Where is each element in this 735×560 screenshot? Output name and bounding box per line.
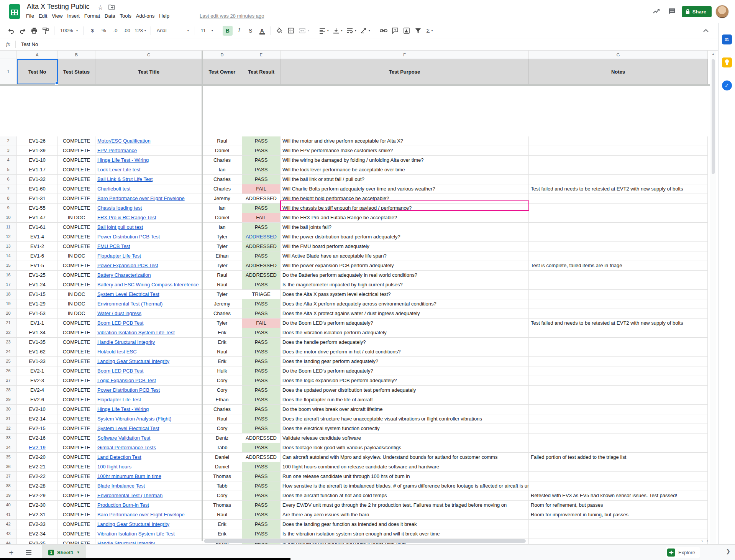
test-title-link[interactable]: Flopdapter Life Test [97,253,141,259]
header-cell-test-purpose[interactable]: Test Purpose [281,59,529,84]
test-title-cell[interactable]: Hot/cold test ESC [95,347,202,357]
test-owner-cell[interactable]: Tabb [202,443,242,453]
test-result-cell[interactable]: ADDRESSED [242,434,281,443]
test-title-cell[interactable]: Hinge Life Test - Wiring [95,156,202,165]
notes-cell[interactable]: Room for improvement in tuning, but pass… [529,510,708,520]
test-purpose-cell[interactable]: Does the flopdapter run the life of airc… [281,395,529,405]
test-status-cell[interactable]: IN DOC [58,299,95,309]
vertical-align-button[interactable]: ▾ [331,26,344,36]
test-result-cell[interactable]: PASS [242,491,281,501]
test-owner-cell[interactable]: Erik [202,520,242,529]
test-status-cell[interactable]: COMPLETE [58,357,95,366]
star-icon[interactable]: ☆ [98,4,103,11]
test-purpose-cell[interactable]: Does the aircraft function at hot and co… [281,491,529,501]
test-purpose-cell[interactable]: Will the lock lever performance be accep… [281,165,529,175]
test-result-cell[interactable]: PASS [242,156,281,165]
test-title-link[interactable]: Landing Gear Structural Integrity [97,521,169,527]
test-purpose-cell[interactable]: Will the motor and drive perform accepta… [281,136,529,146]
test-status-cell[interactable]: COMPLETE [58,501,95,510]
test-owner-cell[interactable]: Charles [202,175,242,184]
test-result-cell[interactable]: PASS [242,309,281,319]
notes-cell[interactable] [529,156,708,165]
test-result-cell[interactable]: PASS [242,472,281,481]
test-purpose-cell[interactable]: Will the FPV performance make customers … [281,146,529,156]
test-title-link[interactable]: Production Burn-in Test [97,502,149,508]
insert-comment-button[interactable] [390,26,400,36]
row-number[interactable]: 21 [0,319,17,328]
redo-button[interactable] [18,26,28,36]
test-owner-cell[interactable]: Hulk [202,366,242,376]
vertical-scrollbar[interactable]: ▲ [710,51,716,544]
test-result-cell[interactable]: PASS [242,338,281,347]
row-number[interactable]: 2 [0,136,17,146]
notes-cell[interactable] [529,386,708,395]
row-number[interactable]: 39 [0,491,17,501]
test-status-cell[interactable]: IN DOC [58,251,95,261]
notes-cell[interactable] [529,472,708,481]
row-number[interactable]: 35 [0,453,17,462]
test-title-link[interactable]: FMU PCB Test [97,243,130,249]
strikethrough-button[interactable]: S [246,26,256,36]
test-title-cell[interactable]: Baro Performance over Flight Envelope [95,510,202,520]
test-status-cell[interactable]: COMPLETE [58,366,95,376]
test-no-cell[interactable]: EV1-61 [17,223,58,232]
test-owner-cell[interactable]: Charles [202,156,242,165]
row-number[interactable]: 19 [0,299,17,309]
test-title-cell[interactable]: Logic Expansion PCB Test [95,376,202,386]
test-purpose-cell[interactable]: Do the boom wires break over aircraft li… [281,405,529,414]
test-no-cell[interactable]: EV2-4 [17,386,58,395]
test-status-cell[interactable]: COMPLETE [58,510,95,520]
notes-cell[interactable] [529,462,708,472]
row-number[interactable]: 43 [0,529,17,539]
notes-cell[interactable] [529,204,708,213]
test-no-cell[interactable]: EV1-47 [17,213,58,223]
column-header-C[interactable]: C [95,51,202,59]
row-number[interactable]: 41 [0,510,17,520]
font-select[interactable]: Arial▾ [154,26,191,36]
test-status-cell[interactable]: COMPLETE [58,481,95,491]
formula-bar[interactable]: fx Test No [0,38,735,51]
test-status-cell[interactable]: IN DOC [58,213,95,223]
text-rotation-button[interactable]: ▾ [359,26,371,36]
test-title-link[interactable]: Handle Structural Integrity [97,339,155,345]
document-title[interactable]: Alta X Testing Public [27,3,90,11]
test-title-cell[interactable]: Battery Characterization [95,271,202,280]
row-number[interactable]: 4 [0,156,17,165]
move-to-folder-icon[interactable] [108,4,115,11]
test-purpose-cell[interactable]: Does the handle perform adequately? [281,338,529,347]
notes-cell[interactable] [529,434,708,443]
test-title-link[interactable]: FRX Pro & RC Range Test [97,215,156,220]
test-purpose-cell[interactable]: Will Active Blade have an acceptable lif… [281,251,529,261]
test-purpose-cell[interactable]: Does the Alta X protect agains water / d… [281,309,529,319]
insert-chart-button[interactable] [402,26,412,36]
test-result-cell[interactable]: PASS [242,510,281,520]
test-no-cell[interactable]: EV1-35 [17,338,58,347]
test-result-cell[interactable]: PASS [242,405,281,414]
row-number[interactable]: 9 [0,204,17,213]
test-owner-cell[interactable]: Jeremy [202,194,242,204]
test-title-cell[interactable]: Environmental Test (Thermal) [95,491,202,501]
horizontal-scrollbar[interactable]: ‹ › [202,538,710,544]
notes-cell[interactable] [529,309,708,319]
hide-side-panel-icon[interactable]: ❯ [726,548,730,554]
test-result-cell[interactable]: PASS [242,136,281,146]
menu-tools[interactable]: Tools [117,12,133,20]
test-title-cell[interactable]: Boom LED PCB Test [95,319,202,328]
test-purpose-cell[interactable]: Can aircraft autoland with Mpro and skyv… [281,453,529,462]
menu-format[interactable]: Format [82,12,102,20]
test-purpose-cell[interactable]: Does the Alta X pass system level electr… [281,290,529,299]
test-result-cell[interactable]: ADDRESSED [242,453,281,462]
test-title-cell[interactable]: Land Detection Test [95,453,202,462]
test-status-cell[interactable]: COMPLETE [58,146,95,156]
test-result-cell[interactable]: PASS [242,520,281,529]
test-purpose-cell[interactable]: Will the ball joints fail? [281,223,529,232]
test-owner-cell[interactable]: Raul [202,347,242,357]
row-number[interactable]: 14 [0,251,17,261]
sheet-tab-label[interactable]: Sheet1 [57,550,74,555]
test-title-cell[interactable]: Ball Link & Strut Life Test [95,175,202,184]
collapse-toolbar-button[interactable] [701,25,711,36]
notes-cell[interactable] [529,223,708,232]
test-purpose-cell[interactable]: Run one release candidate unit through 1… [281,472,529,481]
test-title-link[interactable]: System Level Electrical Test [97,291,159,297]
test-title-cell[interactable]: System Level Electrical Test [95,290,202,299]
